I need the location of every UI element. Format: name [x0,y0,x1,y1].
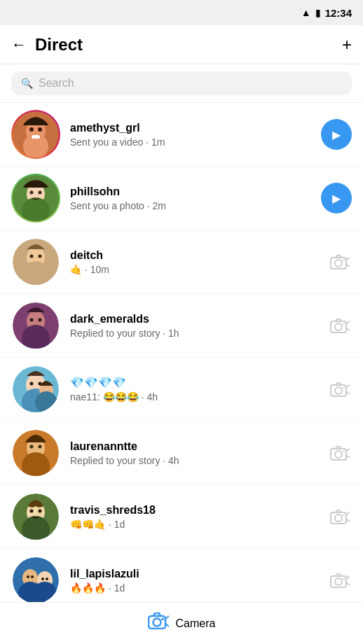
svg-rect-50 [343,451,345,452]
camera-button[interactable] [328,250,352,274]
svg-rect-74 [343,578,345,580]
search-bar: 🔍 Search [0,64,363,103]
message-content: amethyst_grl Sent you a video · 1m [70,122,314,148]
message-username: deitch [70,249,321,262]
camera-button[interactable] [328,377,352,401]
status-icons: ▲ ▮ 12:34 [301,7,352,19]
search-input-wrap[interactable]: 🔍 Search [11,71,352,95]
avatar-circle [13,302,59,349]
avatar-circle [13,366,59,412]
message-username: travis_shreds18 [70,504,321,517]
camera-icon[interactable] [328,441,352,465]
status-time: 12:34 [325,7,352,19]
camera-icon[interactable] [328,568,352,592]
message-preview: Replied to your story · 4h [70,455,321,466]
camera-bottom-icon [148,612,169,634]
svg-point-24 [30,318,34,322]
svg-rect-18 [343,260,345,261]
message-preview: Replied to your story · 1h [70,328,321,339]
avatar-circle [13,557,59,603]
svg-rect-79 [161,618,164,620]
camera-button[interactable] [328,441,352,465]
svg-rect-60 [343,514,345,516]
message-content: phillsohn Sent you a photo · 2m [70,186,314,211]
message-preview: Sent you a video · 1m [70,136,314,148]
message-username: 💎💎💎💎 [70,376,321,389]
search-input[interactable]: Search [39,77,74,90]
avatar-circle [13,493,59,540]
message-preview: Sent you a photo · 2m [70,200,314,211]
svg-point-49 [335,451,342,458]
message-content: laurenanntte Replied to your story · 4h [70,440,321,466]
avatar [11,556,60,605]
camera-icon[interactable] [328,377,352,401]
svg-point-78 [153,619,160,626]
svg-point-57 [39,510,42,513]
message-username: dark_emeralds [70,313,321,326]
svg-point-70 [41,578,44,580]
message-preview: 🤙 · 10m [70,264,321,275]
bottom-bar[interactable]: Camera [0,602,363,644]
message-content: travis_shreds18 👊👊🤙 · 1d [70,504,321,530]
avatar-circle [13,175,59,221]
play-icon[interactable]: ▶ [321,119,352,150]
svg-point-69 [31,575,34,578]
svg-point-71 [46,578,48,580]
svg-point-10 [39,191,42,195]
camera-button[interactable] [328,314,352,337]
play-icon[interactable]: ▶ [321,183,352,214]
svg-point-34 [30,382,34,386]
svg-rect-40 [343,387,345,388]
play-button[interactable]: ▶ [321,119,352,150]
camera-icon[interactable] [328,505,352,528]
camera-icon[interactable] [328,314,352,337]
page-title: Direct [35,35,342,55]
svg-point-25 [39,318,42,322]
avatar-circle [13,111,59,158]
message-content: deitch 🤙 · 10m [70,249,321,275]
back-button[interactable]: ← [11,36,27,54]
message-username: amethyst_grl [70,122,314,134]
list-item[interactable]: deitch 🤙 · 10m [0,230,363,294]
search-icon: 🔍 [21,78,33,89]
avatar [11,365,60,414]
avatar [11,237,60,286]
battery-icon: ▮ [315,7,321,18]
list-item[interactable]: phillsohn Sent you a photo · 2m ▶ [0,167,363,230]
message-username: lil_lapislazuli [70,568,321,580]
svg-point-59 [335,514,342,522]
camera-button[interactable] [328,568,352,592]
list-item[interactable]: dark_emeralds Replied to your story · 1h [0,294,363,358]
svg-point-17 [335,260,342,267]
list-item[interactable]: laurenanntte Replied to your story · 4h [0,421,363,485]
message-content: 💎💎💎💎 nae11: 😂😂😂 · 4h [70,376,321,402]
signal-icon: ▲ [301,7,311,18]
add-button[interactable]: + [342,35,352,55]
list-item[interactable]: travis_shreds18 👊👊🤙 · 1d [0,485,363,549]
svg-point-3 [29,127,34,132]
list-item[interactable]: amethyst_grl Sent you a video · 1m ▶ [0,103,363,167]
message-list: amethyst_grl Sent you a video · 1m ▶ [0,103,363,612]
avatar [11,110,60,159]
play-button[interactable]: ▶ [321,183,352,214]
avatar [11,301,60,350]
camera-icon[interactable] [328,250,352,274]
avatar [11,428,60,477]
svg-point-68 [27,575,29,578]
header: ← Direct + [0,25,363,64]
camera-button[interactable] [328,505,352,528]
svg-point-4 [38,127,42,132]
svg-point-39 [335,387,342,394]
svg-point-73 [335,578,342,585]
avatar-circle [13,430,59,476]
svg-rect-5 [32,135,40,139]
camera-bottom-label[interactable]: Camera [176,617,216,630]
avatar [11,174,60,223]
svg-point-27 [335,323,342,330]
svg-point-14 [30,255,34,258]
message-preview: 🔥🔥🔥 · 1d [70,582,321,594]
message-preview: 👊👊🤙 · 1d [70,519,321,530]
svg-point-47 [39,445,42,449]
list-item[interactable]: 💎💎💎💎 nae11: 😂😂😂 · 4h [0,358,363,421]
svg-rect-28 [343,323,345,325]
